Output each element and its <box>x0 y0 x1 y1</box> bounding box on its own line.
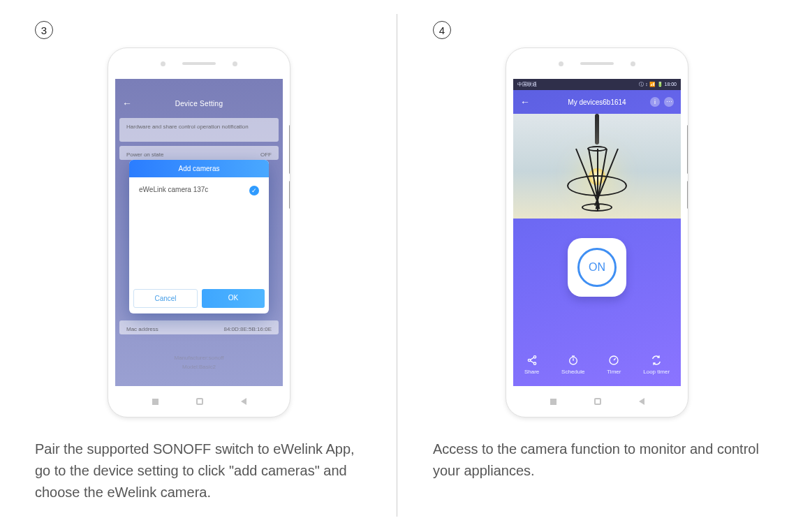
step-4-panel: 4 中国联通 ⓘ ↕ 📶 🔋 18:00 ← My devices6b1614 … <box>398 0 796 532</box>
ok-button[interactable]: OK <box>202 289 265 308</box>
phone-speaker-icon <box>182 62 216 65</box>
front-camera-icon <box>559 61 563 66</box>
modal-body: eWeLink camera 137c ✓ <box>129 177 269 289</box>
step-number-badge: 4 <box>433 21 451 39</box>
home-icon[interactable] <box>196 398 203 405</box>
phone-top <box>108 48 290 79</box>
power-state-label: ON <box>577 248 617 287</box>
setting-value: OFF <box>260 152 272 154</box>
share-icon <box>526 355 538 366</box>
setting-row-mac: Mac address 84:0D:8E:5B:16:0E <box>119 320 279 334</box>
action-label: Timer <box>607 369 621 375</box>
camera-view[interactable] <box>513 114 681 219</box>
timer-icon <box>608 355 619 366</box>
action-label: Loop timer <box>643 369 670 375</box>
meta-model: Model:Basic2 <box>115 363 283 372</box>
vertical-divider <box>397 14 397 517</box>
back-icon[interactable] <box>241 398 246 405</box>
sensor-dot-icon <box>631 61 635 66</box>
front-camera-icon <box>161 61 165 66</box>
check-icon[interactable]: ✓ <box>249 186 259 195</box>
bottom-action-bar: Share Schedule Timer <box>513 355 681 375</box>
modal-footer: Cancel OK <box>129 289 269 313</box>
svg-line-4 <box>530 361 533 363</box>
setting-row-notification[interactable]: Hardware and share control operation not… <box>119 118 279 142</box>
svg-line-9 <box>614 358 616 360</box>
back-icon[interactable] <box>639 398 644 405</box>
loop-icon <box>651 355 662 366</box>
phone-screen: 中国联通 ⓘ ↕ 📶 🔋 18:00 ← My devices6b1614 i … <box>513 79 681 386</box>
cancel-button[interactable]: Cancel <box>133 289 198 308</box>
step-number-badge: 3 <box>35 21 53 39</box>
back-arrow-icon[interactable]: ← <box>122 98 132 109</box>
phone-mockup-3: ← Device Setting Hardware and share cont… <box>108 47 290 418</box>
phone-speaker-icon <box>580 62 614 65</box>
android-nav-bar <box>506 386 688 417</box>
power-toggle-button[interactable]: ON <box>568 238 626 297</box>
status-bar: 中国联通 ⓘ ↕ 📶 🔋 18:00 <box>513 79 681 90</box>
device-meta: Manufacturer:sonoff Model:Basic2 <box>115 354 283 372</box>
action-schedule[interactable]: Schedule <box>561 355 584 375</box>
home-icon[interactable] <box>594 398 601 405</box>
add-cameras-modal: Add cameras eWeLink camera 137c ✓ Cancel… <box>129 160 269 313</box>
modal-title: Add cameras <box>129 160 269 177</box>
status-icons: ⓘ ↕ 📶 🔋 18:00 <box>639 81 677 88</box>
phone-mockup-4: 中国联通 ⓘ ↕ 📶 🔋 18:00 ← My devices6b1614 i … <box>506 47 688 418</box>
sensor-dot-icon <box>233 61 237 66</box>
lamp-cord-icon <box>595 114 599 145</box>
clock-icon <box>568 355 579 366</box>
header-title: Device Setting <box>115 100 283 108</box>
step-3-panel: 3 ← Device Setting Hardware and share co… <box>0 0 398 532</box>
info-icon[interactable]: i <box>650 97 660 107</box>
app-header: ← Device Setting <box>115 91 283 115</box>
setting-label: Power on state <box>126 152 163 154</box>
action-loop-timer[interactable]: Loop timer <box>643 355 670 375</box>
back-arrow-icon[interactable]: ← <box>520 96 530 108</box>
svg-line-3 <box>530 357 533 360</box>
setting-value: 84:0D:8E:5B:16:0E <box>224 326 272 329</box>
setting-row-power[interactable]: Power on state OFF <box>119 146 279 160</box>
action-share[interactable]: Share <box>524 355 539 375</box>
recent-apps-icon[interactable] <box>152 399 159 405</box>
phone-top <box>506 48 688 79</box>
header-title: My devices6b1614 <box>568 98 626 106</box>
meta-manufacturer: Manufacturer:sonoff <box>115 354 283 363</box>
action-label: Schedule <box>561 369 584 375</box>
action-timer[interactable]: Timer <box>607 355 621 375</box>
action-label: Share <box>524 369 539 375</box>
setting-label: Mac address <box>126 326 159 329</box>
lamp-cage-icon <box>567 146 627 212</box>
step-3-caption: Pair the supported SONOFF switch to eWel… <box>35 438 363 503</box>
svg-point-5 <box>569 357 577 364</box>
header-actions: i ⋯ <box>650 97 674 107</box>
app-header: ← My devices6b1614 i ⋯ <box>513 90 681 114</box>
camera-list-item[interactable]: eWeLink camera 137c <box>139 186 208 193</box>
recent-apps-icon[interactable] <box>550 399 557 405</box>
step-4-caption: Access to the camera function to monitor… <box>433 438 761 482</box>
more-icon[interactable]: ⋯ <box>664 97 674 107</box>
phone-screen: ← Device Setting Hardware and share cont… <box>115 79 283 386</box>
carrier-label: 中国联通 <box>517 81 537 88</box>
android-nav-bar <box>108 386 290 417</box>
